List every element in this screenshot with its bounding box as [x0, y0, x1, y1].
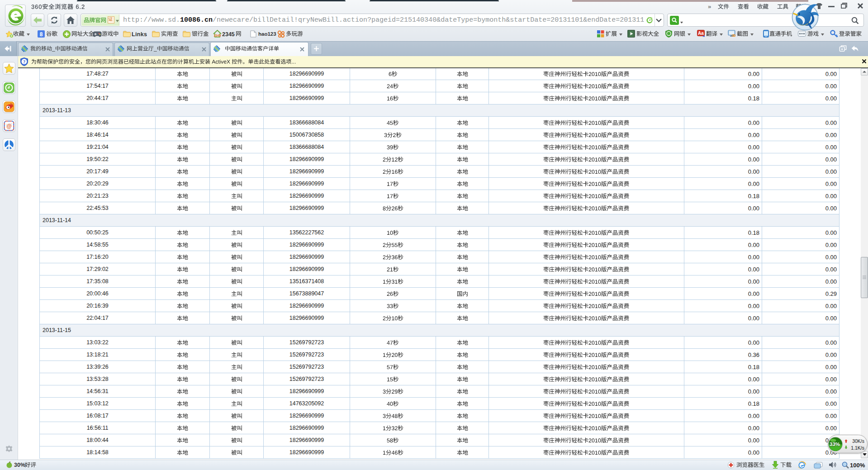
svg-text:2345: 2345: [214, 34, 221, 37]
svg-text:Aa: Aa: [698, 31, 704, 36]
svg-text:?: ?: [23, 59, 25, 64]
svg-text:8: 8: [40, 31, 43, 38]
svg-text:@: @: [6, 123, 12, 129]
